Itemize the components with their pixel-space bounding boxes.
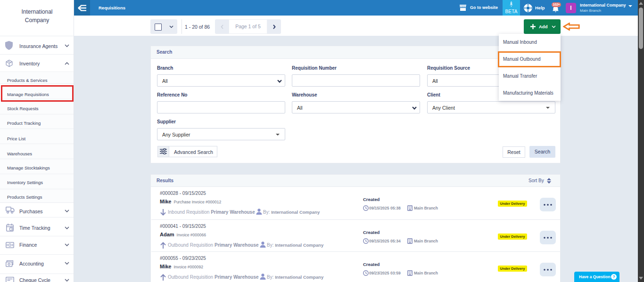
svg-text:?: ?: [612, 274, 615, 279]
